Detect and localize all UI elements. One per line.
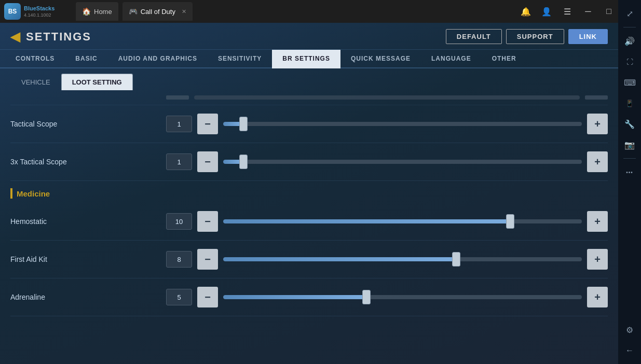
- adrenaline-track: [223, 295, 582, 299]
- adrenaline-row: Adrenaline 5 − +: [10, 278, 608, 316]
- first-aid-kit-value: 8: [166, 251, 192, 268]
- hemostatic-label: Hemostatic: [10, 217, 166, 226]
- home-tab-icon: 🏠: [82, 7, 91, 16]
- tab-basic[interactable]: BASIC: [65, 50, 107, 68]
- first-aid-kit-control: 8 − +: [166, 249, 608, 270]
- bluestacks-logo: BS BlueStacks 4.140.1.1002: [4, 3, 72, 20]
- adrenaline-value: 5: [166, 289, 192, 305]
- tab-other[interactable]: OTHER: [482, 50, 527, 68]
- first-aid-kit-track: [223, 257, 582, 261]
- tab-quick-message[interactable]: QUICK MESSAGE: [340, 50, 421, 68]
- 3x-tactical-scope-slider[interactable]: [223, 151, 582, 172]
- header-buttons: DEFAULT SUPPORT LINK: [446, 29, 608, 44]
- notification-btn[interactable]: 🔔: [519, 4, 533, 19]
- hemostatic-slider[interactable]: [223, 211, 582, 232]
- tab-call-of-duty[interactable]: 🎮 Call of Duty ✕: [122, 2, 193, 21]
- back-btn[interactable]: ←: [620, 341, 639, 360]
- 3x-tactical-scope-fill: [223, 160, 241, 164]
- settings-header: ◀ SETTINGS DEFAULT SUPPORT LINK: [0, 23, 618, 50]
- adrenaline-label: Adrenaline: [10, 293, 166, 301]
- hemostatic-control: 10 − +: [166, 211, 608, 232]
- tab-home[interactable]: 🏠 Home: [76, 2, 118, 21]
- content-area: Tactical Scope 1 − + 3x Tactical Scope 1…: [0, 90, 618, 348]
- tab-controls[interactable]: CONTROLS: [5, 50, 65, 68]
- hemostatic-thumb[interactable]: [506, 214, 514, 229]
- subtab-vehicle[interactable]: VEHICLE: [10, 74, 61, 90]
- more-btn[interactable]: •••: [620, 163, 639, 181]
- first-aid-kit-thumb[interactable]: [452, 252, 460, 267]
- settings-tabs: CONTROLS BASIC AUDIO AND GRAPHICS SENSIT…: [0, 50, 618, 68]
- hemostatic-value: 10: [166, 213, 192, 230]
- main-content: ◀ SETTINGS DEFAULT SUPPORT LINK CONTROLS…: [0, 23, 618, 364]
- tab-br-settings[interactable]: BR SETTINGS: [272, 50, 340, 68]
- adrenaline-increase[interactable]: +: [587, 287, 608, 307]
- first-aid-kit-label: First Aid Kit: [10, 255, 166, 263]
- hemostatic-increase[interactable]: +: [587, 211, 608, 232]
- settings-btn[interactable]: ⚙: [620, 320, 639, 339]
- section-bar: [10, 188, 12, 199]
- hemostatic-track: [223, 219, 582, 223]
- adrenaline-control: 5 − +: [166, 287, 608, 307]
- sidebar-divider-2: [623, 158, 636, 159]
- hemostatic-row: Hemostatic 10 − +: [10, 203, 608, 241]
- hemostatic-decrease[interactable]: −: [197, 211, 218, 232]
- tactical-scope-track: [223, 122, 582, 126]
- tab-language[interactable]: LANGUAGE: [421, 50, 482, 68]
- account-btn[interactable]: 👤: [539, 4, 554, 19]
- 3x-tactical-scope-label: 3x Tactical Scope: [10, 158, 166, 166]
- tab-sensitivity[interactable]: SENSITIVITY: [208, 50, 272, 68]
- 3x-tactical-scope-control: 1 − +: [166, 151, 608, 172]
- camera-btn[interactable]: 📷: [620, 135, 639, 154]
- subtab-loot-setting[interactable]: LOOT SETTING: [61, 74, 133, 90]
- tactical-scope-label: Tactical Scope: [10, 120, 166, 128]
- app-version: 4.140.1.1002: [24, 12, 54, 18]
- partial-row-top: [10, 90, 608, 105]
- bluestacks-icon: BS: [4, 3, 21, 20]
- expand-btn[interactable]: ⤢: [620, 4, 639, 23]
- sidebar-divider-1: [623, 27, 636, 27]
- settings-title: ◀ SETTINGS: [10, 30, 91, 44]
- tactical-scope-fill: [223, 122, 241, 126]
- tactical-scope-slider[interactable]: [223, 114, 582, 134]
- back-arrow-icon[interactable]: ◀: [10, 30, 21, 44]
- app-name: BlueStacks: [24, 5, 54, 12]
- tactical-scope-row: Tactical Scope 1 − +: [10, 105, 608, 143]
- adrenaline-thumb[interactable]: [362, 290, 371, 304]
- tab-audio-graphics[interactable]: AUDIO AND GRAPHICS: [108, 50, 208, 68]
- settings-title-text: SETTINGS: [26, 30, 91, 44]
- tactical-scope-increase[interactable]: +: [587, 114, 608, 134]
- 3x-tactical-scope-decrease[interactable]: −: [197, 151, 218, 172]
- keyboard-btn[interactable]: ⌨: [620, 73, 639, 92]
- support-btn[interactable]: SUPPORT: [506, 29, 564, 44]
- maximize-btn[interactable]: □: [602, 4, 616, 19]
- right-sidebar: ⤢ 🔊 ⛶ ⌨ 📱 🔧 📷 ••• ⚙ ←: [618, 0, 641, 364]
- fullscreen-btn[interactable]: ⛶: [620, 52, 639, 71]
- menu-btn[interactable]: ☰: [560, 4, 575, 19]
- 3x-tactical-scope-value: 1: [166, 153, 192, 170]
- tactical-scope-decrease[interactable]: −: [197, 114, 218, 134]
- cod-close-icon[interactable]: ✕: [182, 8, 186, 15]
- first-aid-kit-slider[interactable]: [223, 249, 582, 270]
- cod-tab-label: Call of Duty: [141, 8, 175, 16]
- 3x-tactical-scope-track: [223, 160, 582, 164]
- link-btn[interactable]: LINK: [568, 29, 608, 44]
- volume-btn[interactable]: 🔊: [620, 32, 639, 50]
- home-tab-label: Home: [94, 8, 112, 16]
- tools-btn[interactable]: 🔧: [620, 115, 639, 133]
- tactical-scope-thumb[interactable]: [239, 117, 248, 131]
- cod-tab-icon: 🎮: [129, 7, 138, 16]
- default-btn[interactable]: DEFAULT: [446, 29, 502, 44]
- first-aid-kit-increase[interactable]: +: [587, 249, 608, 270]
- 3x-tactical-scope-increase[interactable]: +: [587, 151, 608, 172]
- adrenaline-slider[interactable]: [223, 287, 582, 307]
- first-aid-kit-fill: [223, 257, 456, 261]
- 3x-tactical-scope-row: 3x Tactical Scope 1 − +: [10, 143, 608, 181]
- sub-tabs: VEHICLE LOOT SETTING: [0, 68, 618, 90]
- 3x-tactical-scope-thumb[interactable]: [239, 155, 248, 169]
- hemostatic-fill: [223, 219, 510, 223]
- mobile-btn[interactable]: 📱: [620, 94, 639, 113]
- first-aid-kit-decrease[interactable]: −: [197, 249, 218, 270]
- minimize-btn[interactable]: ─: [581, 4, 595, 19]
- medicine-section-header: Medicine: [10, 181, 608, 203]
- adrenaline-decrease[interactable]: −: [197, 287, 218, 307]
